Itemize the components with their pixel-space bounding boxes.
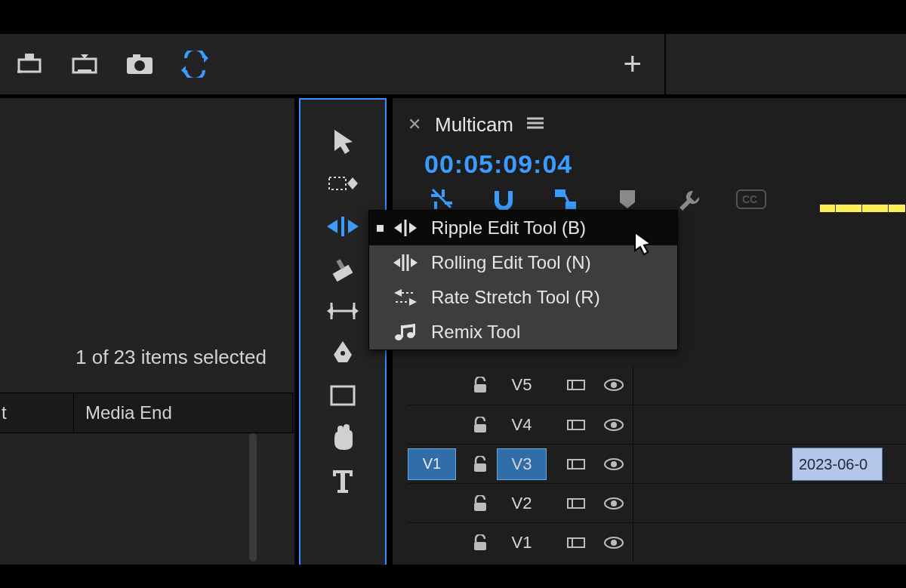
visibility-toggle-v3[interactable] bbox=[595, 457, 633, 471]
svg-point-5 bbox=[134, 60, 145, 71]
column-header-1[interactable]: t bbox=[0, 393, 74, 433]
svg-marker-7 bbox=[204, 54, 208, 63]
export-marker-icon[interactable] bbox=[9, 42, 54, 87]
clip-item[interactable]: 2023-06-0 bbox=[792, 448, 883, 481]
letterbox-bottom bbox=[0, 565, 906, 588]
flyout-label: Remix Tool bbox=[431, 322, 520, 343]
track-target-v3[interactable]: V3 bbox=[497, 448, 547, 480]
track-content-v2[interactable] bbox=[633, 484, 906, 522]
source-patch-v2[interactable] bbox=[408, 488, 456, 519]
track-target-v1[interactable]: V1 bbox=[497, 527, 547, 559]
svg-point-46 bbox=[611, 422, 617, 428]
razor-tool[interactable] bbox=[320, 248, 365, 290]
flyout-label: Rate Stretch Tool (R) bbox=[431, 287, 600, 308]
linked-selection-icon[interactable] bbox=[550, 188, 581, 211]
visibility-toggle-v5[interactable] bbox=[595, 378, 633, 392]
insert-overwrite-icon[interactable] bbox=[427, 188, 457, 211]
flyout-ripple-edit[interactable]: Ripple Edit Tool (B) bbox=[369, 211, 677, 245]
source-patch-v4[interactable] bbox=[408, 409, 456, 441]
track-target-v5[interactable]: V5 bbox=[497, 369, 547, 401]
svg-rect-1 bbox=[25, 54, 34, 60]
svg-rect-37 bbox=[474, 384, 486, 393]
lock-toggle-v1[interactable] bbox=[464, 534, 497, 551]
lock-toggle-v4[interactable] bbox=[464, 417, 497, 433]
source-patch-v1[interactable]: V1 bbox=[408, 448, 456, 480]
track-row-v2: V2 bbox=[408, 483, 906, 522]
svg-rect-52 bbox=[474, 503, 486, 511]
sync-lock-v1[interactable] bbox=[557, 536, 595, 550]
svg-rect-75 bbox=[401, 325, 403, 337]
remix-icon bbox=[392, 322, 419, 342]
pen-tool[interactable] bbox=[320, 332, 365, 374]
track-target-v4[interactable]: V4 bbox=[497, 409, 547, 441]
svg-rect-3 bbox=[78, 69, 91, 72]
top-right-panel bbox=[664, 34, 906, 94]
marker-icon[interactable] bbox=[612, 189, 643, 210]
svg-rect-24 bbox=[331, 386, 354, 405]
lock-toggle-v2[interactable] bbox=[464, 495, 497, 512]
flyout-label: Rolling Edit Tool (N) bbox=[431, 252, 591, 273]
slip-tool[interactable] bbox=[320, 290, 365, 332]
tool-flyout-menu: Ripple Edit Tool (B) Rolling Edit Tool (… bbox=[368, 210, 678, 350]
lock-toggle-v3[interactable] bbox=[464, 456, 497, 473]
swap-icon[interactable] bbox=[172, 42, 217, 87]
track-content-v4[interactable] bbox=[633, 405, 906, 444]
track-target-v2[interactable]: V2 bbox=[497, 488, 547, 519]
visibility-toggle-v1[interactable] bbox=[595, 536, 633, 550]
track-content-v1[interactable] bbox=[633, 523, 906, 562]
close-tab-button[interactable]: ✕ bbox=[408, 115, 421, 134]
flyout-rate-stretch[interactable]: Rate Stretch Tool (R) bbox=[369, 280, 677, 315]
sync-lock-v2[interactable] bbox=[557, 497, 595, 510]
project-body bbox=[0, 433, 257, 569]
type-tool[interactable] bbox=[320, 459, 365, 501]
sequence-tab-title[interactable]: Multicam bbox=[435, 113, 513, 137]
svg-marker-9 bbox=[334, 130, 353, 154]
lock-toggle-v5[interactable] bbox=[464, 377, 497, 393]
add-button[interactable]: + bbox=[623, 46, 642, 82]
track-content-v3[interactable]: 2023-06-0 bbox=[633, 445, 906, 483]
timecode-display[interactable]: 00:05:09:04 bbox=[424, 149, 572, 179]
flyout-remix[interactable]: Remix Tool bbox=[369, 315, 677, 349]
svg-rect-47 bbox=[474, 463, 486, 472]
svg-rect-29 bbox=[431, 194, 439, 197]
svg-marker-67 bbox=[393, 258, 400, 267]
ripple-edit-tool[interactable] bbox=[320, 205, 365, 248]
svg-marker-68 bbox=[411, 258, 418, 267]
tab-menu-icon[interactable] bbox=[527, 116, 544, 133]
visibility-toggle-v4[interactable] bbox=[595, 418, 633, 432]
rectangle-tool[interactable] bbox=[320, 374, 365, 417]
sync-lock-v3[interactable] bbox=[557, 457, 595, 471]
tracks-area: V5 V4 V1 V3 2023-06-0 V2 V1 bbox=[408, 365, 906, 562]
source-patch-v5[interactable] bbox=[408, 369, 456, 401]
source-patch-v1b[interactable] bbox=[408, 527, 456, 559]
svg-text:CC: CC bbox=[742, 193, 757, 205]
export-frame-icon[interactable] bbox=[63, 42, 109, 87]
track-row-v4: V4 bbox=[408, 405, 906, 444]
svg-marker-64 bbox=[409, 223, 417, 233]
column-header-media-end[interactable]: Media End bbox=[74, 393, 293, 433]
svg-rect-53 bbox=[568, 499, 584, 508]
track-row-v5: V5 bbox=[408, 365, 906, 405]
svg-rect-42 bbox=[474, 424, 486, 433]
sync-lock-v5[interactable] bbox=[557, 378, 595, 392]
settings-wrench-icon[interactable] bbox=[674, 188, 704, 211]
svg-marker-71 bbox=[409, 298, 417, 306]
timeline-ruler[interactable] bbox=[820, 205, 906, 212]
selection-tool[interactable] bbox=[320, 121, 365, 163]
project-scrollbar[interactable] bbox=[249, 433, 257, 562]
svg-marker-15 bbox=[348, 220, 359, 233]
flyout-rolling-edit[interactable]: Rolling Edit Tool (N) bbox=[369, 245, 677, 280]
snap-icon[interactable] bbox=[488, 188, 519, 211]
svg-marker-63 bbox=[394, 223, 402, 233]
hand-tool[interactable] bbox=[320, 417, 365, 459]
track-content-v5[interactable] bbox=[633, 365, 906, 405]
sync-lock-v4[interactable] bbox=[557, 418, 595, 432]
svg-rect-33 bbox=[555, 189, 565, 197]
track-select-tool[interactable] bbox=[320, 163, 365, 205]
svg-point-41 bbox=[611, 382, 617, 388]
captions-icon[interactable]: CC bbox=[736, 189, 766, 209]
svg-marker-11 bbox=[347, 177, 358, 183]
visibility-toggle-v2[interactable] bbox=[595, 497, 633, 510]
svg-rect-31 bbox=[445, 202, 452, 205]
camera-icon[interactable] bbox=[118, 42, 163, 87]
